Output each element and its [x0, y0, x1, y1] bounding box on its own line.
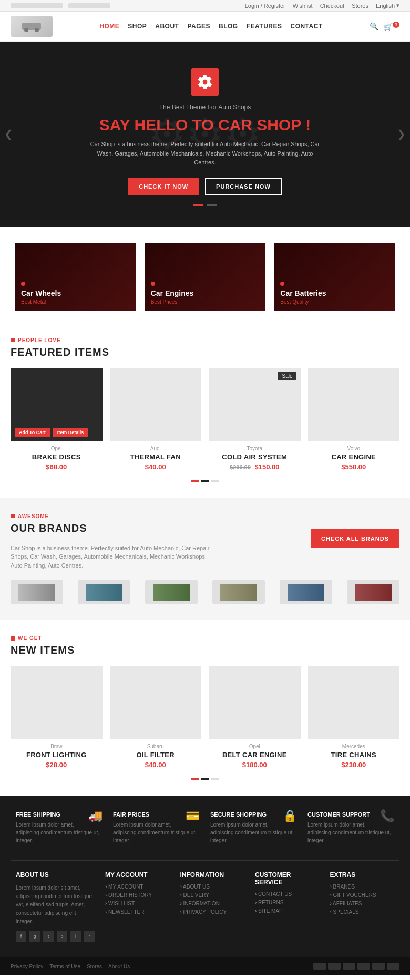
hero-dot-2[interactable] [207, 204, 217, 206]
product-brand-nl-1: Bmw [11, 744, 102, 749]
hero-next-arrow[interactable]: ❯ [397, 128, 406, 140]
search-icon[interactable]: 🔍 [370, 22, 378, 30]
footer-stores-link[interactable]: Stores [87, 964, 102, 969]
twitter-icon[interactable]: t [43, 931, 54, 942]
check-all-brands-button[interactable]: CHECK ALL BRANDS [311, 529, 399, 548]
login-register-link[interactable]: Login / Register [245, 3, 285, 9]
add-to-cart-button-1[interactable]: Add To Cart [15, 428, 50, 437]
brand-logo-5[interactable] [280, 580, 332, 604]
nav-contact[interactable]: CONTACT [290, 23, 322, 30]
brand-logo-1[interactable] [11, 580, 63, 604]
footer-link-my-account[interactable]: MY ACCOUNT [105, 884, 170, 890]
nav-about[interactable]: ABOUT [155, 23, 179, 30]
new-items-section: WE GET NEW ITEMS Bmw FRONT LIGHTING $28.… [0, 620, 410, 796]
footer-link-delivery[interactable]: DELIVERY [180, 892, 245, 898]
footer-terms-link[interactable]: Terms of Use [49, 964, 80, 969]
nav-pages[interactable]: PAGES [187, 23, 210, 30]
product-brand-3: Toyota [209, 446, 301, 451]
hero-prev-arrow[interactable]: ❮ [4, 128, 13, 140]
footer-link-gift-vouchers[interactable]: GIFT VOUCHERS [330, 892, 395, 898]
pinterest-icon[interactable]: p [57, 931, 67, 942]
footer-link-site-map[interactable]: SITE MAP [255, 908, 320, 914]
check-it-now-button[interactable]: CHECK IT NOW [128, 178, 199, 195]
footer-bottom: Privacy Policy Terms of Use Stores About… [0, 957, 410, 975]
brands-description: Car Shop is a business theme. Perfectly … [11, 544, 210, 570]
new-carousel-dot-3[interactable] [211, 778, 219, 780]
footer-about-link[interactable]: About Us [108, 964, 130, 969]
footer-bottom-links: Privacy Policy Terms of Use Stores About… [11, 964, 130, 969]
footer-link-returns[interactable]: RETURNS [255, 900, 320, 905]
purchase-now-button[interactable]: PURCHASE NOW [205, 178, 282, 195]
product-name-1: BRAKE DISCS [11, 453, 102, 461]
nav-shop[interactable]: SHOP [128, 23, 147, 30]
new-carousel-dot-2[interactable] [201, 778, 209, 780]
stores-link[interactable]: Stores [352, 3, 368, 9]
carousel-dot-2[interactable] [201, 480, 209, 482]
nav-home[interactable]: HOME [99, 23, 119, 30]
featured-label-text: PEOPLE LOVE [18, 337, 61, 343]
carousel-dot-3[interactable] [211, 480, 219, 482]
new-items-carousel-dots [11, 778, 399, 780]
product-image-nl-1 [11, 666, 102, 739]
footer-feature-support: 📞 CUSTOMER SUPPORT Lorem ipsum dolor ame… [302, 811, 399, 844]
product-card-tire-chains: Mercedes TIRE CHAINS $230.00 [308, 666, 400, 769]
category-card-engines[interactable]: Car Engines Best Prices [145, 243, 266, 311]
footer-link-wish-list[interactable]: WISH LIST [105, 901, 170, 906]
footer-link-newsletter[interactable]: NEWSLETTER [105, 909, 170, 915]
brand-logo-6[interactable] [347, 580, 399, 604]
category-card-batteries[interactable]: Car Batteries Best Quality [274, 243, 395, 311]
feature-desc-secure: Lorem ipsum dolor amet, adipiscing condi… [210, 821, 297, 844]
brands-header: AWESOME OUR BRANDS Car Shop is a busines… [11, 513, 399, 570]
footer-link-brands[interactable]: BRANDS [330, 884, 395, 890]
rss-icon[interactable]: r [84, 931, 95, 942]
footer-features-row: 🚚 FREE SHIPPING Lorem ipsum dolor amet, … [11, 811, 399, 844]
category-card-wheels[interactable]: Car Wheels Best Metal [15, 243, 136, 311]
footer-col-title-information: Information [180, 871, 245, 879]
hero-dot-1[interactable] [193, 204, 203, 206]
logo[interactable] [11, 16, 53, 37]
category-subtitle: Best Quality [280, 299, 389, 305]
new-carousel-dot-1[interactable] [191, 778, 199, 780]
cart-icon[interactable]: 🛒3 [384, 22, 399, 31]
footer-link-contact-us[interactable]: CONTACT US [255, 891, 320, 897]
footer-link-information[interactable]: INFORMATION [180, 901, 245, 906]
facebook-icon[interactable]: f [16, 931, 26, 942]
product-image-nl-3 [209, 666, 301, 739]
footer-link-affiliates[interactable]: AFFILIATES [330, 901, 395, 906]
nav-features[interactable]: FEATURES [247, 23, 282, 30]
google-icon[interactable]: g [29, 931, 40, 942]
product-name-nl-4: TIRE CHAINS [308, 751, 400, 759]
chevron-down-icon: ▾ [396, 2, 399, 9]
footer-privacy-link[interactable]: Privacy Policy [11, 964, 43, 969]
item-details-button-1[interactable]: Item Details [53, 428, 88, 437]
carousel-dot-1[interactable] [191, 480, 199, 482]
hero-subtitle: The Best Theme For Auto Shops [159, 104, 251, 111]
footer-link-about-us[interactable]: ABOUT US [180, 884, 245, 890]
footer-link-order-history[interactable]: ORDER HISTORY [105, 892, 170, 898]
footer: 🚚 FREE SHIPPING Lorem ipsum dolor amet, … [0, 796, 410, 975]
payment-icon-2 [328, 963, 341, 970]
checkout-link[interactable]: Checkout [320, 3, 344, 9]
product-price-nl-1: $28.00 [11, 761, 102, 769]
brand-logo-2[interactable] [78, 580, 130, 604]
footer-link-privacy-policy[interactable]: PRIVACY POLICY [180, 909, 245, 915]
svg-point-2 [35, 28, 39, 32]
product-brand-4: Volvo [308, 446, 400, 451]
label-dot [11, 514, 15, 518]
category-subtitle: Best Prices [151, 299, 260, 305]
brands-title: OUR BRANDS [11, 522, 311, 534]
wishlist-link[interactable]: Wishlist [293, 3, 313, 9]
footer-feature-prices: 💳 FAIR PRICES Lorem ipsum dolor amet, ad… [108, 811, 205, 844]
footer-link-specials[interactable]: SPECIALS [330, 909, 395, 915]
brands-text: AWESOME OUR BRANDS Car Shop is a busines… [11, 513, 311, 570]
brand-logo-4[interactable] [212, 580, 265, 604]
categories-section: Car Wheels Best Metal Car Engines Best P… [0, 227, 410, 327]
product-price-nl-3: $180.00 [209, 761, 301, 769]
instagram-icon[interactable]: i [70, 931, 81, 942]
footer-divider [11, 860, 399, 861]
language-selector[interactable]: English ▾ [376, 2, 399, 9]
product-price-2: $40.00 [110, 463, 202, 471]
nav-blog[interactable]: BLOG [219, 23, 238, 30]
new-items-products-grid: Bmw FRONT LIGHTING $28.00 Subaru OIL FIL… [11, 666, 399, 769]
brand-logo-3[interactable] [145, 580, 198, 604]
